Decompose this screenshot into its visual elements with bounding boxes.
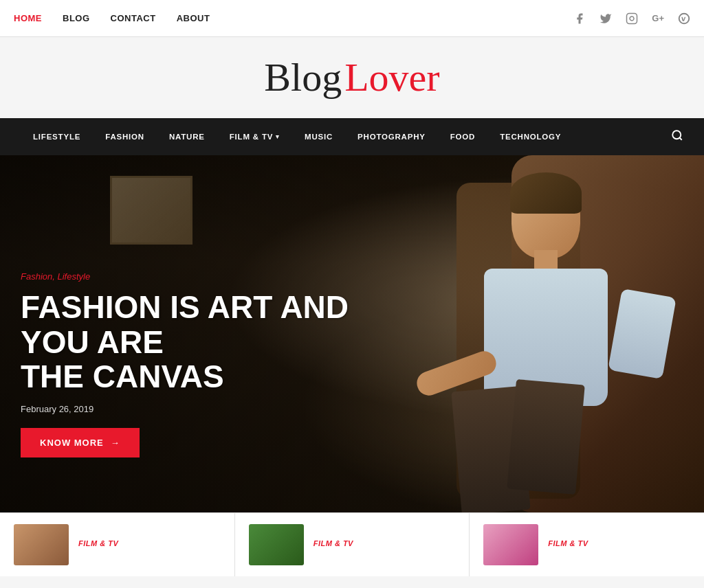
svg-line-4 (679, 137, 681, 139)
cat-technology[interactable]: TECHNOLOGY (487, 118, 573, 155)
card-info-3: Film & TV (548, 539, 690, 550)
nav-home[interactable]: HOME (14, 13, 42, 23)
cat-music[interactable]: MUSIC (292, 118, 345, 155)
nav-blog[interactable]: BLOG (63, 13, 90, 23)
hero-categories[interactable]: Fashion, Lifestyle (21, 271, 392, 282)
top-nav-links: HOME BLOG CONTACT ABOUT (14, 13, 210, 23)
social-icons: G+ (573, 12, 690, 25)
card-category-3[interactable]: Film & TV (548, 539, 690, 547)
nav-about[interactable]: ABOUT (177, 13, 210, 23)
hero-title-line1: FASHION IS ART AND YOU ARE (21, 289, 349, 360)
logo-blog: Blog (264, 58, 342, 98)
search-icon[interactable] (671, 129, 683, 144)
know-more-arrow: → (111, 438, 120, 448)
hero-title-line2: THE CANVAS (21, 359, 224, 394)
hero-section: Fashion, Lifestyle FASHION IS ART AND YO… (0, 155, 704, 512)
cat-photography[interactable]: PHOTOGRAPHY (345, 118, 438, 155)
bottom-card-1[interactable]: Film & TV (0, 513, 235, 576)
google-plus-icon[interactable]: G+ (652, 13, 664, 23)
logo-section: Blog Lover (0, 37, 704, 118)
cat-nav-links: LIFESTYLE FASHION NATURE FILM & TV▾ MUSI… (21, 118, 573, 155)
cat-nature[interactable]: NATURE (157, 118, 217, 155)
bottom-card-2[interactable]: Film & TV (235, 513, 470, 576)
card-category-2[interactable]: Film & TV (314, 539, 456, 547)
cat-fashion[interactable]: FASHION (93, 118, 157, 155)
film-tv-dropdown-arrow: ▾ (276, 133, 280, 140)
card-thumb-3 (483, 524, 538, 565)
card-info-2: Film & TV (314, 539, 456, 550)
hero-date: February 26, 2019 (21, 404, 392, 414)
instagram-icon[interactable] (626, 12, 638, 25)
twitter-icon[interactable] (600, 12, 612, 25)
cat-lifestyle[interactable]: LIFESTYLE (21, 118, 93, 155)
category-nav: LIFESTYLE FASHION NATURE FILM & TV▾ MUSI… (0, 118, 704, 155)
svg-point-3 (672, 131, 681, 139)
hero-title: FASHION IS ART AND YOU ARE THE CANVAS (21, 290, 392, 394)
hero-person-figure (402, 169, 676, 512)
know-more-label: KNOW MORE (40, 438, 104, 448)
nav-contact[interactable]: CONTACT (111, 13, 156, 23)
wall-frame (110, 176, 192, 245)
card-thumb-2 (249, 524, 304, 565)
hero-content: Fashion, Lifestyle FASHION IS ART AND YO… (21, 271, 392, 457)
facebook-icon[interactable] (573, 12, 586, 25)
cat-film-tv[interactable]: FILM & TV▾ (217, 118, 292, 155)
card-info-1: Film & TV (78, 539, 221, 550)
svg-rect-0 (627, 13, 637, 23)
card-category-1[interactable]: Film & TV (78, 539, 221, 547)
top-nav: HOME BLOG CONTACT ABOUT G+ (0, 0, 704, 37)
know-more-button[interactable]: KNOW MORE → (21, 428, 140, 457)
bottom-cards: Film & TV Film & TV Film & TV (0, 512, 704, 576)
cat-food[interactable]: FOOD (438, 118, 487, 155)
card-thumb-1 (14, 524, 69, 565)
bottom-card-3[interactable]: Film & TV (470, 513, 704, 576)
logo[interactable]: Blog Lover (264, 58, 439, 98)
wordpress-icon[interactable] (678, 12, 690, 25)
logo-lover: Lover (344, 58, 440, 98)
